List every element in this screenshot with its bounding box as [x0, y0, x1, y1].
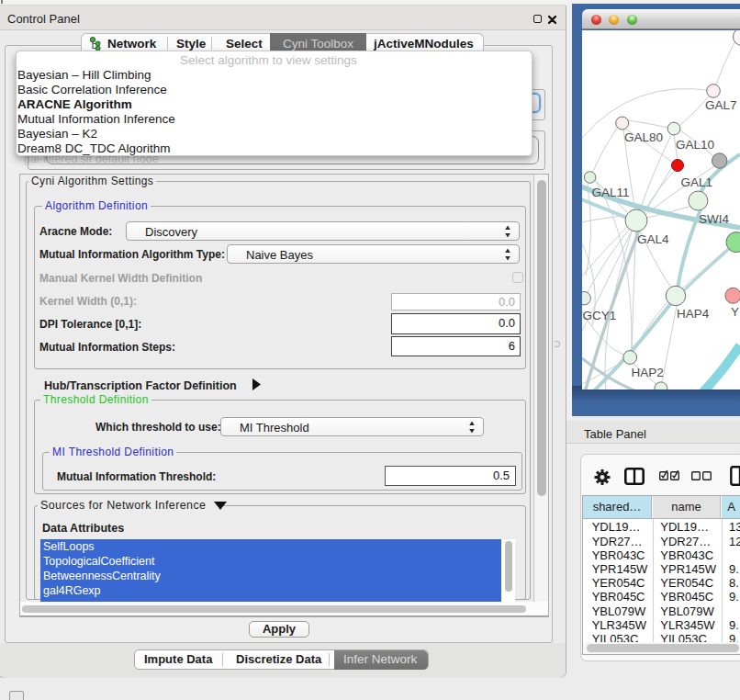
svg-text:HAP2: HAP2: [632, 366, 664, 379]
svg-text:HAP4: HAP4: [677, 307, 710, 321]
svg-text:GAL11: GAL11: [591, 186, 629, 199]
svg-text:GAL80: GAL80: [624, 130, 663, 144]
svg-text:GAL4: GAL4: [637, 232, 669, 246]
svg-text:GAL10: GAL10: [676, 138, 714, 152]
svg-text:Y: Y: [731, 305, 739, 319]
svg-text:GAL7: GAL7: [705, 98, 737, 112]
svg-text:GCY1: GCY1: [583, 309, 617, 322]
svg-text:SWI4: SWI4: [699, 212, 729, 226]
svg-text:GAL1: GAL1: [681, 175, 713, 189]
